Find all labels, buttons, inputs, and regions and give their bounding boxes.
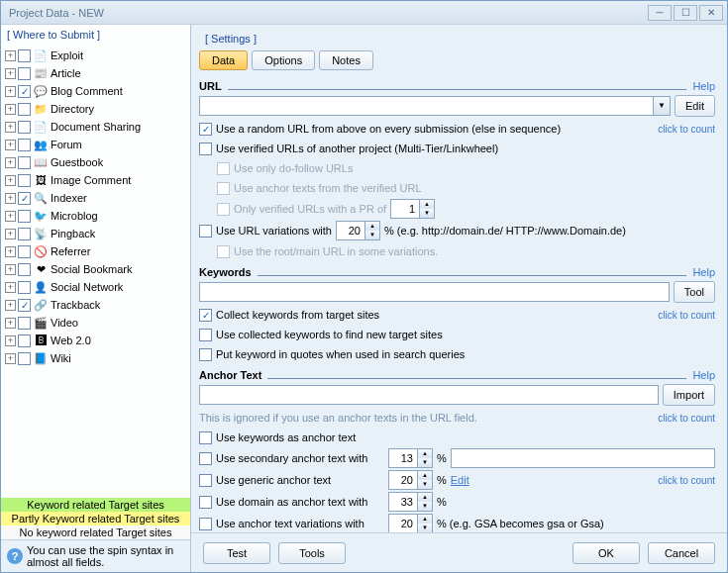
ok-button[interactable]: OK (572, 542, 640, 564)
anchor-input[interactable] (199, 385, 659, 405)
tree-item[interactable]: +💬Blog Comment (3, 82, 188, 100)
engine-checkbox[interactable] (18, 156, 31, 169)
pr-down[interactable]: ▼ (420, 209, 434, 218)
expand-icon[interactable]: + (5, 300, 16, 311)
tree-item[interactable]: +📄Document Sharing (3, 118, 188, 136)
tree-item[interactable]: +📡Pingback (3, 225, 188, 242)
expand-icon[interactable]: + (5, 122, 16, 133)
use-collected-checkbox[interactable] (199, 329, 212, 341)
tab-options[interactable]: Options (252, 50, 315, 70)
tree-item[interactable]: +📁Directory (3, 100, 188, 118)
expand-icon[interactable]: + (5, 264, 16, 275)
engine-checkbox[interactable] (18, 121, 31, 134)
tree-item[interactable]: +🐦Microblog (3, 207, 188, 225)
engine-checkbox[interactable] (18, 228, 31, 240)
secondary-anchor-checkbox[interactable] (199, 452, 212, 465)
pr-spinner[interactable]: ▲▼ (390, 199, 435, 219)
quotes-checkbox[interactable] (199, 348, 212, 361)
expand-icon[interactable]: + (5, 140, 16, 150)
tree-item[interactable]: +🖼Image Comment (3, 171, 188, 189)
expand-icon[interactable]: + (5, 193, 16, 204)
anchor-variations-checkbox[interactable] (199, 518, 212, 530)
engine-checkbox[interactable] (18, 263, 31, 276)
keywords-input[interactable] (199, 282, 670, 302)
secondary-anchor-input[interactable] (451, 448, 715, 468)
keywords-ctc[interactable]: click to count (658, 310, 715, 321)
url-dropdown-button[interactable]: ▼ (653, 97, 670, 115)
generic-anchor-edit-link[interactable]: Edit (451, 474, 469, 486)
engine-checkbox[interactable] (18, 281, 31, 294)
secondary-anchor-spinner[interactable]: ▲▼ (388, 448, 433, 468)
expand-icon[interactable]: + (5, 50, 16, 61)
engine-checkbox[interactable] (18, 67, 31, 80)
url-variations-value[interactable] (337, 222, 364, 239)
tree-item[interactable]: +🔗Trackback (3, 296, 188, 314)
expand-icon[interactable]: + (5, 282, 16, 293)
tree-item[interactable]: +📰Article (3, 64, 188, 82)
tree-item[interactable]: +👥Forum (3, 136, 188, 153)
tree-item[interactable]: +❤Social Bookmark (3, 260, 188, 278)
generic-anchor-checkbox[interactable] (199, 474, 212, 487)
engine-checkbox[interactable] (18, 299, 31, 312)
anchor-help-link[interactable]: Help (692, 369, 715, 381)
url-ctc[interactable]: click to count (658, 124, 715, 135)
keywords-help-link[interactable]: Help (692, 266, 715, 278)
test-button[interactable]: Test (203, 542, 270, 564)
expand-icon[interactable]: + (5, 353, 16, 364)
tools-button[interactable]: Tools (278, 542, 346, 564)
cancel-button[interactable]: Cancel (648, 542, 715, 564)
expand-icon[interactable]: + (5, 229, 16, 239)
anchor-ctc[interactable]: click to count (658, 413, 715, 424)
anchor-variations-spinner[interactable]: ▲▼ (388, 514, 433, 532)
expand-icon[interactable]: + (5, 68, 16, 79)
domain-anchor-spinner[interactable]: ▲▼ (388, 492, 433, 512)
engine-checkbox[interactable] (18, 103, 31, 116)
close-button[interactable]: ✕ (699, 5, 723, 21)
tree-item[interactable]: +🎬Video (3, 314, 188, 332)
engine-checkbox[interactable] (18, 139, 31, 151)
maximize-button[interactable]: ☐ (674, 5, 697, 21)
engine-checkbox[interactable] (18, 210, 31, 223)
tab-notes[interactable]: Notes (319, 50, 373, 70)
url-input[interactable] (200, 97, 653, 115)
engine-checkbox[interactable] (18, 334, 31, 347)
tree-item[interactable]: +👤Social Network (3, 278, 188, 296)
expand-icon[interactable]: + (5, 318, 16, 329)
url-help-link[interactable]: Help (692, 80, 715, 92)
engine-checkbox[interactable] (18, 174, 31, 187)
expand-icon[interactable]: + (5, 157, 16, 168)
tree-item[interactable]: +📄Exploit (3, 47, 188, 64)
tree-item[interactable]: +🚫Referrer (3, 242, 188, 260)
keywords-tool-button[interactable]: Tool (674, 281, 715, 303)
settings-scroll[interactable]: URL Help ▼ Edit Use a random URL from a (199, 74, 719, 532)
engine-checkbox[interactable] (18, 317, 31, 330)
engine-checkbox[interactable] (18, 192, 31, 205)
expand-icon[interactable]: + (5, 104, 16, 115)
expand-icon[interactable]: + (5, 335, 16, 346)
anchor-import-button[interactable]: Import (663, 384, 715, 406)
url-combo[interactable]: ▼ (199, 96, 671, 116)
expand-icon[interactable]: + (5, 246, 16, 257)
url-edit-button[interactable]: Edit (675, 95, 715, 117)
engine-tree[interactable]: +📄Exploit+📰Article+💬Blog Comment+📁Direct… (1, 45, 190, 498)
generic-ctc[interactable]: click to count (658, 475, 715, 486)
url-variations-spinner[interactable]: ▲▼ (336, 221, 380, 240)
engine-checkbox[interactable] (18, 245, 31, 258)
random-url-checkbox[interactable] (199, 123, 212, 136)
tree-item[interactable]: +📖Guestbook (3, 153, 188, 171)
expand-icon[interactable]: + (5, 86, 16, 97)
url-variations-checkbox[interactable] (199, 225, 212, 238)
collect-keywords-checkbox[interactable] (199, 309, 212, 322)
tree-item[interactable]: +🔍Indexer (3, 189, 188, 207)
verified-urls-checkbox[interactable] (199, 143, 212, 155)
expand-icon[interactable]: + (5, 175, 16, 186)
tree-item[interactable]: +📘Wiki (3, 349, 188, 367)
generic-anchor-spinner[interactable]: ▲▼ (388, 470, 433, 490)
pr-up[interactable]: ▲ (420, 200, 434, 209)
use-keywords-anchor-checkbox[interactable] (199, 431, 212, 444)
expand-icon[interactable]: + (5, 211, 16, 222)
tab-data[interactable]: Data (199, 50, 248, 70)
tree-item[interactable]: +🅱Web 2.0 (3, 332, 188, 349)
domain-anchor-checkbox[interactable] (199, 496, 212, 509)
pr-value[interactable] (391, 200, 419, 218)
